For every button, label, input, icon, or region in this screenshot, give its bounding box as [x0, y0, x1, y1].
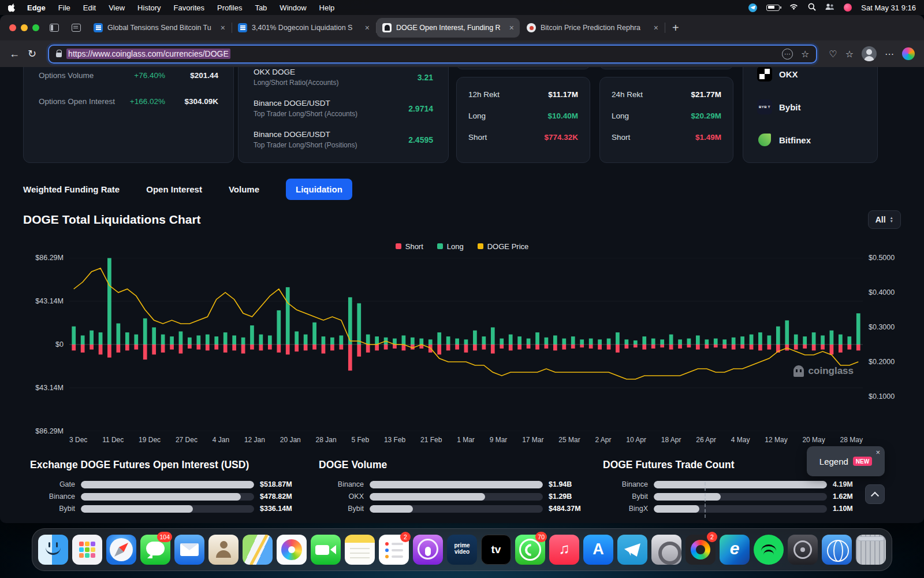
dock-telegram[interactable]	[617, 535, 647, 565]
dock-notes[interactable]	[345, 535, 375, 565]
spotlight-search-icon[interactable]	[808, 3, 816, 13]
dock-prime-video[interactable]	[447, 535, 477, 565]
coinglass-favicon	[382, 23, 392, 32]
new-badge: NEW	[853, 457, 872, 466]
dock-edge[interactable]	[720, 535, 750, 565]
menubar-extra-icon[interactable]	[844, 3, 852, 12]
close-tab-icon[interactable]: ×	[365, 23, 370, 32]
reload-button[interactable]: ↻	[28, 47, 36, 60]
podcasts-icon	[413, 535, 443, 565]
page-actions-icon[interactable]: ⋯	[782, 49, 793, 60]
copilot-icon[interactable]	[902, 47, 915, 60]
exchange-name: Bitfinex	[779, 135, 811, 145]
dock-contacts[interactable]	[208, 535, 239, 565]
battery-icon[interactable]	[766, 5, 780, 11]
wifi-icon[interactable]	[789, 3, 799, 12]
menu-item-tab[interactable]: Tab	[255, 3, 267, 12]
dock-app-store[interactable]	[583, 535, 613, 565]
facetime-icon	[311, 535, 341, 565]
dock-settings[interactable]	[651, 535, 681, 565]
window-zoom-button[interactable]	[32, 24, 39, 31]
dock-globe[interactable]	[822, 535, 852, 565]
music-icon	[549, 535, 579, 565]
menu-app-name[interactable]: Edge	[27, 3, 46, 12]
menu-item-window[interactable]: Window	[280, 3, 306, 12]
ratio-row: OKX DOGELong/Short Ratio(Accounts)3.21	[254, 68, 433, 87]
apple-menu-icon[interactable]	[8, 3, 17, 12]
browser-tab[interactable]: DOGE Open Interest, Funding R×	[377, 18, 520, 38]
liquidations-chart[interactable]: $86.29M$43.14M$0$43.14M$86.29M $0.5000$0…	[0, 258, 924, 431]
menu-item-help[interactable]: Help	[319, 3, 335, 12]
menu-item-edit[interactable]: Edit	[83, 3, 96, 12]
tab-title: 3,401% Dogecoin Liquidation S	[252, 24, 360, 32]
menubar-clock[interactable]: Sat May 31 9:16	[861, 3, 916, 12]
spotify-icon	[754, 535, 784, 565]
back-button[interactable]: ←	[9, 48, 20, 60]
dock-music[interactable]	[549, 535, 579, 565]
dock-podcasts[interactable]	[413, 535, 443, 565]
dock-spotify[interactable]	[754, 535, 784, 565]
chart-plot-area[interactable]	[69, 258, 863, 431]
dock-finder[interactable]	[38, 535, 68, 565]
chart-tab-weighted-funding-rate[interactable]: Weighted Funding Rate	[23, 184, 120, 194]
dock-facetime[interactable]	[311, 535, 341, 565]
dock-launchpad[interactable]	[72, 535, 102, 565]
menu-item-history[interactable]: History	[137, 3, 161, 12]
range-selector[interactable]: All ▲▼	[868, 210, 901, 229]
rekt-24h-card: 24h Rekt$21.77MLong$20.29MShort$1.49M	[599, 77, 733, 163]
favorites-icon[interactable]: ☆	[845, 49, 854, 60]
dock-maps[interactable]	[243, 535, 273, 565]
address-bar[interactable]: https://www.coinglass.com/currencies/DOG…	[48, 45, 817, 64]
chart-tab-volume[interactable]: Volume	[229, 184, 259, 194]
dock-whatsapp[interactable]: 70	[515, 535, 545, 565]
dock-messages[interactable]: 104	[140, 535, 170, 565]
dock-apple-tv[interactable]	[481, 535, 511, 565]
bottom-sections: Exchange DOGE Futures Open Interest (USD…	[0, 459, 924, 513]
y-axis-label: $86.29M	[35, 254, 64, 262]
profile-avatar[interactable]	[862, 46, 877, 61]
browser-tab[interactable]: Bitcoin Price Prediction Rephra×	[521, 18, 664, 38]
exchange-row[interactable]: Bybit	[757, 99, 863, 114]
dock-safari[interactable]	[106, 535, 136, 565]
stat-row: Options Open Interest+166.02%$304.09K	[39, 97, 218, 106]
photos-icon	[277, 535, 307, 565]
window-close-button[interactable]	[9, 24, 16, 31]
new-tab-button[interactable]: +	[672, 21, 679, 35]
menu-item-profiles[interactable]: Profiles	[217, 3, 242, 12]
close-tab-icon[interactable]: ×	[509, 23, 514, 32]
url-text[interactable]: https://www.coinglass.com/currencies/DOG…	[66, 49, 230, 59]
dock-media-player[interactable]	[788, 535, 818, 565]
x-axis-label: 17 Mar	[522, 436, 543, 444]
dock-photos[interactable]	[277, 535, 307, 565]
exchange-row[interactable]: OKX	[757, 67, 863, 81]
browser-tab[interactable]: 3,401% Dogecoin Liquidation S×	[232, 18, 375, 38]
menu-item-favorites[interactable]: Favorites	[174, 3, 204, 12]
menu-item-file[interactable]: File	[58, 3, 70, 12]
scroll-to-top-button[interactable]	[865, 484, 885, 504]
browser-tab[interactable]: Global Tensions Send Bitcoin Tu×	[88, 18, 231, 38]
vertical-tabs-icon[interactable]	[50, 24, 59, 32]
dock-photo-booth[interactable]: 2	[685, 535, 716, 565]
dock-trash[interactable]	[856, 535, 886, 565]
browser-essentials-icon[interactable]: ♡	[829, 49, 837, 60]
close-icon[interactable]: ×	[875, 448, 880, 457]
tab-actions-icon[interactable]	[72, 24, 81, 32]
close-tab-icon[interactable]: ×	[654, 23, 658, 32]
x-axis-label: 20 May	[802, 436, 825, 444]
legend-swatch-icon	[396, 243, 401, 249]
chart-tab-open-interest[interactable]: Open Interest	[146, 184, 202, 194]
add-favorite-star-icon[interactable]: ☆	[801, 49, 809, 60]
settings-icon	[651, 535, 681, 565]
chart-tab-liquidation[interactable]: Liquidation	[286, 179, 352, 200]
x-axis-labels: 3 Dec11 Dec19 Dec27 Dec4 Jan12 Jan20 Jan…	[0, 431, 924, 444]
x-axis-label: 5 Feb	[351, 436, 369, 444]
menu-item-view[interactable]: View	[109, 3, 125, 12]
close-tab-icon[interactable]: ×	[221, 23, 225, 32]
dock-reminders[interactable]: 2	[379, 535, 409, 565]
window-minimize-button[interactable]	[21, 24, 28, 31]
settings-more-icon[interactable]: ⋯	[885, 49, 894, 60]
dock-mail[interactable]	[174, 535, 204, 565]
exchange-row[interactable]: Bitfinex	[757, 132, 863, 147]
fast-user-switch-icon[interactable]	[825, 3, 834, 12]
telegram-menubar-icon[interactable]	[748, 3, 757, 12]
